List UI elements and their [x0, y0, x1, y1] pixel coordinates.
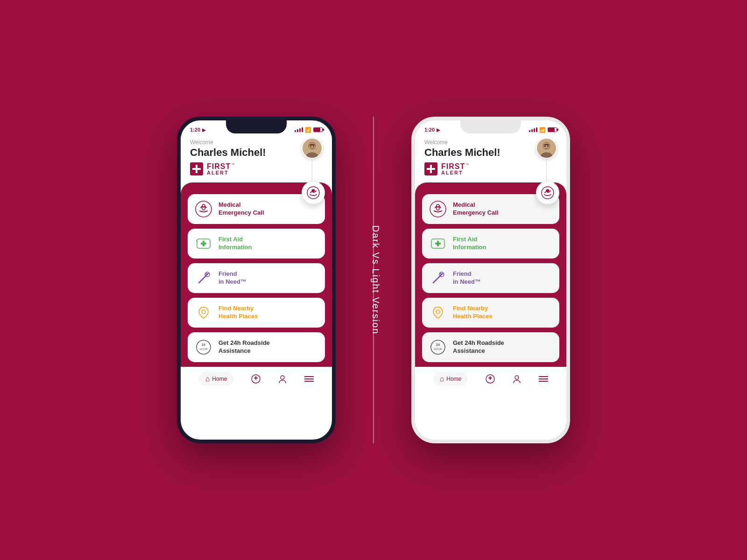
- nav-home-left[interactable]: ⌂ Home: [199, 372, 234, 386]
- roadside-icon-wrap-left: 24 HOUR: [195, 339, 212, 356]
- emergency-fab-icon-right: [541, 186, 554, 199]
- nearby-health-icon-right: [430, 304, 446, 321]
- first-aid-icon-left: [195, 235, 212, 252]
- vin-name: VinUStudios: [484, 390, 542, 402]
- nav-menu-left[interactable]: [304, 376, 314, 382]
- menu-item-friend-left[interactable]: Friendin Need™: [188, 263, 325, 293]
- vin-arrows: [546, 385, 556, 406]
- phone-content-left: MedicalEmergency Call First AidInformati…: [181, 182, 332, 367]
- signal-bars-right: [529, 127, 537, 132]
- status-left: 1:20 ▶: [190, 127, 206, 133]
- first-aid-label-right: First AidInformation: [453, 236, 486, 252]
- svg-rect-39: [427, 168, 435, 170]
- svg-point-36: [547, 146, 549, 147]
- brand-left: FIRST ™ ALERT: [190, 162, 323, 175]
- brand-icon-right: [424, 162, 437, 175]
- phones-divider: Dark Vs Light Version: [373, 117, 374, 443]
- svg-point-27: [281, 376, 284, 379]
- brand-first-left: FIRST: [207, 163, 231, 170]
- phone-content-right: MedicalEmergency Call First AidInformati…: [415, 182, 566, 367]
- svg-point-5: [313, 146, 314, 147]
- bottom-nav-left: ⌂ Home: [181, 367, 332, 392]
- friend-icon-wrap-left: [195, 270, 212, 287]
- menu-item-firstaid-right[interactable]: First AidInformation: [422, 229, 559, 259]
- friend-need-label-left: Friendin Need™: [218, 270, 247, 286]
- emergency-fab-right[interactable]: [536, 181, 559, 204]
- nav-emergency-left[interactable]: [251, 374, 261, 384]
- nearby-health-label-right: Find NearbyHealth Places: [453, 305, 493, 321]
- brand-alert-left: ALERT: [207, 170, 234, 175]
- location-icon-left: ▶: [202, 127, 206, 133]
- brand-icon-left: [190, 162, 203, 175]
- menu-item-nearby-left[interactable]: Find NearbyHealth Places: [188, 298, 325, 328]
- notch-dark: [226, 120, 287, 133]
- brand-tm-left: ™: [231, 163, 234, 166]
- svg-text:HOUR: HOUR: [199, 348, 208, 350]
- roadside-icon-right: 24 HOUR: [430, 339, 446, 356]
- status-right-right: 📶: [529, 127, 557, 133]
- location-icon-right: ▶: [437, 127, 440, 133]
- nav-menu-right[interactable]: [539, 376, 548, 382]
- time-right: 1:20: [424, 127, 435, 133]
- emergency-call-label-left: MedicalEmergency Call: [218, 201, 264, 217]
- roadside-icon-left: 24 HOUR: [195, 339, 212, 356]
- version-label: Dark Vs Light Version: [370, 225, 381, 335]
- nearby-icon-wrap-left: [195, 304, 212, 321]
- emergency-fab-icon-left: [307, 186, 320, 199]
- signal-bars-left: [295, 127, 303, 132]
- emergency-fab-left[interactable]: [302, 181, 325, 204]
- phone-header-left: Welcome Charles Michel! FIRST ™ ALERT: [181, 135, 332, 182]
- brand-first-right: FIRST: [441, 163, 465, 170]
- svg-text:24: 24: [202, 343, 205, 346]
- battery-right: [548, 127, 557, 132]
- branding-logo: VinUStudios CREATIVE DESIGN SOLUTION: [466, 385, 556, 406]
- svg-rect-26: [254, 378, 258, 378]
- emergency-call-icon-left: [195, 201, 212, 217]
- svg-rect-16: [201, 243, 206, 245]
- svg-point-3: [309, 142, 316, 149]
- svg-rect-42: [546, 189, 550, 191]
- battery-left: [313, 127, 323, 132]
- nav-emergency-icon-left: [251, 374, 261, 384]
- firstaid-icon-wrap-right: [430, 235, 446, 252]
- svg-text:24: 24: [436, 343, 440, 346]
- menu-item-firstaid-left[interactable]: First AidInformation: [188, 229, 325, 259]
- svg-point-58: [515, 376, 519, 379]
- nav-emergency-icon-right: [486, 374, 495, 384]
- nearby-health-label-left: Find NearbyHealth Places: [218, 305, 258, 321]
- avatar-left[interactable]: [302, 138, 323, 159]
- status-left-right: 1:20 ▶: [424, 127, 440, 133]
- menu-item-friend-right[interactable]: Friendin Need™: [422, 263, 559, 293]
- menu-item-nearby-right[interactable]: Find NearbyHealth Places: [422, 298, 559, 328]
- nav-home-right[interactable]: ⌂ Home: [433, 372, 468, 386]
- brand-text-left: FIRST ™ ALERT: [207, 163, 234, 175]
- emergency-call-label-right: MedicalEmergency Call: [453, 201, 499, 217]
- svg-point-34: [543, 142, 550, 149]
- brand-cross-svg-right: [424, 162, 437, 175]
- svg-point-4: [310, 146, 311, 147]
- friend-need-icon-right: [430, 270, 446, 287]
- svg-point-19: [206, 273, 207, 274]
- brand-cross-svg: [190, 162, 203, 175]
- menu-item-roadside-left[interactable]: 24 HOUR Get 24h RoadsideAssistance: [188, 332, 325, 362]
- nav-profile-icon-right: [512, 374, 521, 384]
- home-icon-right: ⌂: [440, 375, 444, 383]
- roadside-label-left: Get 24h RoadsideAssistance: [218, 339, 270, 355]
- svg-point-12: [196, 201, 211, 217]
- nearby-health-icon-left: [195, 304, 212, 321]
- svg-rect-57: [488, 378, 492, 378]
- emergency-icon-wrap-right: [430, 201, 446, 217]
- avatar-image-right: [537, 139, 556, 158]
- menu-item-roadside-right[interactable]: 24 HOUR Get 24h RoadsideAssistance: [422, 332, 559, 362]
- nav-emergency-right[interactable]: [486, 374, 495, 384]
- nav-profile-right[interactable]: [512, 374, 521, 384]
- avatar-right[interactable]: [536, 138, 557, 159]
- vin-text: VinUStudios CREATIVE DESIGN SOLUTION: [466, 390, 542, 406]
- nav-profile-left[interactable]: [278, 374, 287, 384]
- nearby-icon-wrap-right: [430, 304, 446, 321]
- brand-tm-right: ™: [465, 163, 469, 166]
- avatar-image-left: [303, 139, 322, 158]
- phone-header-right: Welcome Charles Michel! FIRST ™ ALERT: [415, 135, 566, 182]
- svg-rect-8: [192, 168, 201, 170]
- brand-right: FIRST ™ ALERT: [424, 162, 557, 175]
